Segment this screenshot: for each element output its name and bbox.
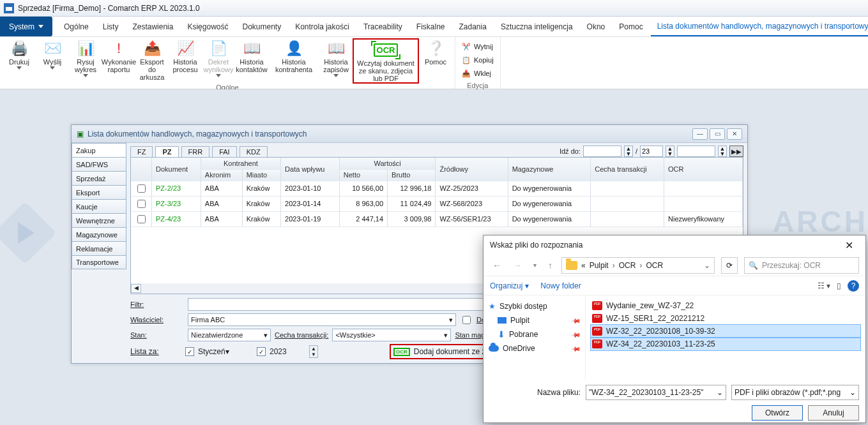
dialog-close-button[interactable]: ✕ — [839, 237, 859, 253]
file-list[interactable]: Wydanie_zew_WZ-37_22WZ-15_SER1_22_202212… — [586, 295, 865, 380]
tree-desktop[interactable]: Pulpit📌 — [489, 313, 580, 327]
side-tab-sprzedaz[interactable]: Sprzedaż — [72, 171, 126, 185]
menu-ksiegowosc[interactable]: Księgowość — [181, 17, 234, 36]
month-select[interactable]: Styczeń▾ — [198, 347, 253, 356]
tab-kdz[interactable]: KDZ — [240, 146, 268, 157]
col-ocr[interactable]: OCR — [664, 158, 743, 181]
menu-ogolne[interactable]: Ogólne — [57, 17, 95, 36]
refresh-button[interactable]: ⟳ — [721, 257, 738, 274]
menu-zadania[interactable]: Zadania — [453, 17, 493, 36]
side-tab-transport[interactable]: Transportowe — [72, 255, 126, 269]
col-miasto[interactable]: Miasto — [242, 169, 280, 181]
owner-select[interactable]: Firma ABC▾ — [188, 313, 456, 326]
row-checkbox[interactable] — [137, 200, 146, 208]
col-kontrahent[interactable]: Kontrahent — [201, 158, 280, 169]
goto-spin-1[interactable]: ▲▼ — [624, 145, 633, 157]
col-wartosci[interactable]: Wartości — [339, 158, 436, 169]
menu-okno[interactable]: Okno — [581, 17, 612, 36]
goto-input-2[interactable] — [640, 145, 663, 157]
ribbon-ocr[interactable]: OCRWczytaj dokument ze skanu, zdjęcia lu… — [353, 38, 419, 84]
nav-back-icon[interactable]: ← — [490, 259, 504, 272]
goto-spin-3[interactable]: ▲▼ — [718, 145, 727, 157]
preview-pane-icon[interactable]: ▯ — [837, 281, 841, 290]
filename-input[interactable]: "WZ-34_22_20230103_11-23-25"⌄ — [586, 385, 726, 400]
window-close-button[interactable]: ✕ — [727, 128, 742, 140]
menu-listy[interactable]: Listy — [96, 17, 125, 36]
filetype-select[interactable]: PDF i pliki obrazów (*.pdf;*.png⌄ — [731, 385, 859, 400]
col-netto[interactable]: Netto — [339, 169, 387, 181]
menu-ai[interactable]: Sztuczna inteligencja — [494, 17, 579, 36]
table-row[interactable]: PZ-2/23 ABAKraków2023-01-10 10 566,0012 … — [131, 181, 743, 196]
nav-forward-icon[interactable]: → — [510, 259, 524, 272]
ribbon-rysuj[interactable]: 📊Rysuj wykres — [69, 38, 102, 84]
tab-pz[interactable]: PZ — [155, 146, 178, 157]
state-select[interactable]: Niezatwierdzone▾ — [188, 329, 271, 341]
cancel-button[interactable]: Anuluj — [808, 405, 859, 421]
menu-lista-dokumentow[interactable]: Lista dokumentów handlowych, magazynowyc… — [651, 17, 868, 36]
cecha-select[interactable]: <Wszystkie>▾ — [332, 329, 451, 341]
side-tab-zakup[interactable]: Zakup — [72, 143, 126, 157]
ribbon-kopiuj[interactable]: 📋Kopiuj — [462, 54, 494, 66]
table-row[interactable]: PZ-4/23 ABAKraków2023-01-19 2 447,143 00… — [131, 211, 743, 227]
row-checkbox[interactable] — [137, 184, 146, 193]
nav-tree[interactable]: ★Szybki dostęp Pulpit📌 ⬇Pobrane📌 OneDriv… — [483, 295, 586, 380]
file-item[interactable]: WZ-32_22_20230108_10-39-32 — [591, 325, 860, 338]
view-menu-icon[interactable]: ☷ ▾ — [818, 281, 830, 290]
ribbon-wyslij[interactable]: ✉️Wyślij — [36, 38, 69, 84]
file-item[interactable]: WZ-15_SER1_22_20221212 — [591, 312, 860, 325]
col-akronim[interactable]: Akronim — [201, 169, 242, 181]
ribbon-wytnij[interactable]: ✂️Wytnij — [462, 40, 494, 53]
window-maximize-button[interactable]: ▭ — [710, 128, 725, 140]
menu-system[interactable]: System — [0, 17, 52, 36]
tab-frr[interactable]: FRR — [181, 146, 210, 157]
col-zrodlowy[interactable]: Źródłowy — [436, 158, 508, 181]
col-magazynowe[interactable]: Magazynowe — [508, 158, 591, 181]
open-button[interactable]: Otwórz — [752, 405, 803, 421]
ribbon-pomoc[interactable]: ❔Pomoc — [419, 38, 452, 84]
tree-downloads[interactable]: ⬇Pobrane📌 — [489, 327, 580, 341]
year-input[interactable]: 2023 — [270, 347, 305, 356]
side-tab-eksport[interactable]: Eksport — [72, 185, 126, 199]
breadcrumb[interactable]: « Pulpit› OCR› OCR ⌄ — [561, 257, 715, 274]
side-tab-magazyn[interactable]: Magazynowe — [72, 227, 126, 241]
side-tab-kaucje[interactable]: Kaucje — [72, 199, 126, 213]
side-tab-reklamacje[interactable]: Reklamacje — [72, 241, 126, 255]
month-checkbox[interactable]: ✓ — [185, 347, 194, 356]
tree-quick-access[interactable]: ★Szybki dostęp — [489, 299, 580, 313]
file-item[interactable]: Wydanie_zew_WZ-37_22 — [591, 299, 860, 312]
menu-traceability[interactable]: Traceability — [357, 17, 409, 36]
ribbon-wykonanie[interactable]: !Wykonanie raportu — [102, 38, 135, 84]
search-input[interactable]: 🔍 Przeszukaj: OCR — [744, 257, 859, 274]
col-brutto[interactable]: Brutto — [388, 169, 436, 181]
file-item[interactable]: WZ-34_22_20230103_11-23-25 — [591, 338, 860, 350]
side-tab-wewn[interactable]: Wewnętrzne — [72, 213, 126, 227]
col-cecha[interactable]: Cecha transakcji — [591, 158, 664, 181]
organize-menu[interactable]: Organizuj ▾ — [490, 281, 529, 290]
caret-down-icon[interactable]: ⌄ — [717, 388, 723, 397]
ribbon-historia-proc[interactable]: 📈Historia procesu — [169, 38, 202, 84]
table-row[interactable]: PZ-3/23 ABAKraków2023-01-14 8 963,0011 0… — [131, 196, 743, 211]
ribbon-hist-kontrahenta[interactable]: 👤Historia kontrahenta — [268, 38, 319, 84]
side-tab-sad[interactable]: SAD/FWS — [72, 157, 126, 171]
new-folder-button[interactable]: Nowy folder — [540, 281, 581, 290]
doc-number[interactable]: PZ-2/23 — [156, 184, 181, 192]
nav-up-icon[interactable]: ↑ — [545, 259, 555, 272]
menu-pomoc[interactable]: Pomoc — [613, 17, 649, 36]
ribbon-wklej[interactable]: 📥Wklej — [462, 67, 494, 80]
dokumenty-ocr-checkbox[interactable] — [462, 316, 471, 324]
menu-dokumenty[interactable]: Dokumenty — [236, 17, 287, 36]
goto-input-1[interactable] — [583, 145, 621, 157]
goto-button[interactable]: ▶▶ — [729, 145, 743, 157]
tab-fz[interactable]: FZ — [130, 146, 153, 157]
year-spinner[interactable]: ▲▼ — [309, 345, 318, 358]
year-checkbox[interactable]: ✓ — [257, 347, 266, 356]
col-data[interactable]: Data wpływu — [281, 158, 340, 181]
doc-number[interactable]: PZ-3/23 — [156, 200, 181, 207]
tree-onedrive[interactable]: OneDrive📌 — [489, 341, 580, 355]
goto-input-3[interactable] — [677, 145, 715, 157]
help-icon[interactable]: ? — [848, 280, 859, 292]
menu-zestawienia[interactable]: Zestawienia — [126, 17, 179, 36]
scroll-left-icon[interactable]: ◀ — [131, 284, 141, 293]
window-minimize-button[interactable]: — — [692, 128, 708, 140]
nav-recent-icon[interactable]: ▾ — [531, 260, 539, 270]
